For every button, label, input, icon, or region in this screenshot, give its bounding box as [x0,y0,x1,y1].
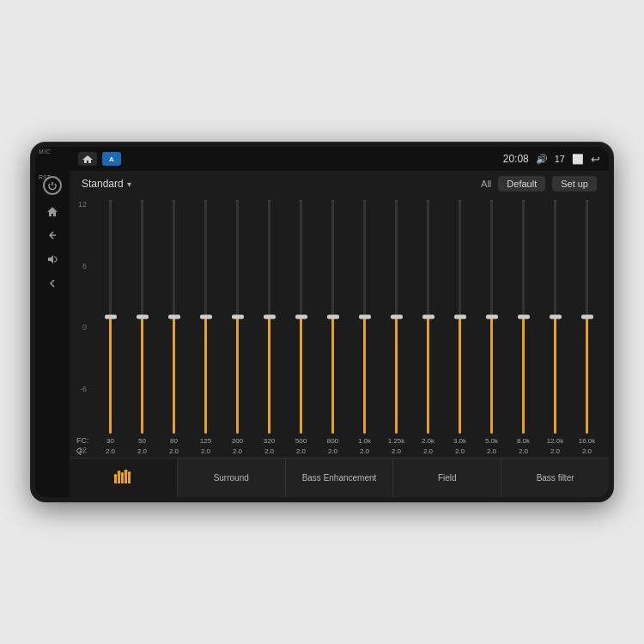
eq-band[interactable] [445,200,475,434]
band-track-upper [395,200,398,317]
band-handle[interactable] [518,315,530,319]
band-track-upper [268,200,270,317]
back-icon[interactable]: ↩ [591,153,600,166]
eq-band[interactable] [127,200,157,434]
back-arrow-icon[interactable] [45,228,60,243]
q-value: 2.0 [191,447,221,455]
eq-band[interactable] [254,200,284,434]
q-value: 2.0 [127,447,157,455]
band-handle[interactable] [105,315,117,319]
band-handle[interactable] [550,315,562,319]
svg-rect-1 [118,473,120,483]
band-track[interactable] [236,200,239,434]
window-icon[interactable]: ⬜ [572,154,584,165]
mic-label: MIC [39,149,51,155]
tab-eq[interactable] [70,459,178,497]
scale-value: 12 [73,200,87,209]
band-track[interactable] [554,200,556,434]
volume-level: 17 [555,154,565,164]
band-track[interactable] [522,200,525,434]
eq-band[interactable] [508,200,538,434]
band-track[interactable] [109,200,112,434]
tab-bar: SurroundBass EnhancementFieldBass filter [70,458,609,497]
tab-bass_filt[interactable]: Bass filter [501,459,609,497]
eq-band[interactable] [318,200,348,434]
band-track[interactable] [173,200,175,434]
band-handle[interactable] [327,315,339,319]
tab-label-bass_filt: Bass filter [537,473,574,483]
preset-selector[interactable]: Standard ▾ [82,178,131,190]
q-value: 2.0 [572,447,602,455]
eq-band[interactable] [95,200,125,434]
band-handle[interactable] [232,315,244,319]
volume-icon: 🔊 [536,154,548,165]
band-track[interactable] [331,200,334,434]
q-value: 2.0 [477,447,507,455]
app-status-icon[interactable]: A [102,152,121,166]
svg-point-6 [118,471,121,474]
eq-band[interactable] [572,200,602,434]
q-value: 2.0 [349,447,380,455]
band-handle[interactable] [264,315,276,319]
band-track[interactable] [586,200,588,434]
fc-value: 30 [95,437,125,445]
fc-value: 320 [254,437,284,445]
q-row: Q: 2.02.02.02.02.02.02.02.02.02.02.02.02… [95,446,602,458]
band-handle[interactable] [391,315,403,319]
band-handle[interactable] [422,315,434,319]
scale-value: -6 [73,385,87,393]
tab-surround[interactable]: Surround [178,459,286,497]
band-track[interactable] [459,200,461,434]
home-status-icon[interactable] [78,152,97,166]
band-handle[interactable] [295,315,307,319]
default-button[interactable]: Default [498,176,545,191]
eq-band[interactable] [381,200,411,434]
setup-button[interactable]: Set up [552,176,597,191]
eq-band[interactable] [413,200,443,434]
eq-scale: 1260-6-12 [73,200,87,454]
eq-band[interactable] [159,200,189,434]
fc-value: 12.0k [540,437,570,445]
tab-field[interactable]: Field [393,459,501,497]
eq-header: Standard ▾ All Default Set up [70,171,609,197]
eq-band[interactable] [286,200,316,434]
eq-band[interactable] [349,200,380,434]
svg-rect-3 [125,471,127,483]
band-handle[interactable] [581,315,593,319]
eq-band[interactable] [540,200,570,434]
q-value: 2.0 [159,447,189,455]
band-track[interactable] [300,200,302,434]
eq-band[interactable] [191,200,221,434]
fc-value: 1.25k [381,437,411,445]
band-track[interactable] [268,200,270,434]
band-track-upper [586,200,588,317]
volume-up-icon[interactable] [45,252,60,267]
status-bar: MIC RST A 20:08 🔊 17 [35,147,609,171]
band-handle[interactable] [486,315,498,319]
eq-band[interactable] [222,200,252,434]
fc-values: 3050801252003205008001.0k1.25k2.0k3.0k5.… [95,437,602,445]
band-track[interactable] [395,200,398,434]
eq-band[interactable] [477,200,507,434]
band-handle[interactable] [168,315,180,319]
band-track-upper [204,200,207,317]
band-track[interactable] [141,200,143,434]
eq-panel: Standard ▾ All Default Set up 1260-6-12 [70,171,609,497]
tab-bass_enh[interactable]: Bass Enhancement [286,459,394,497]
q-value: 2.0 [222,447,252,455]
band-handle[interactable] [137,315,149,319]
fc-value: 200 [222,437,252,445]
back-icon-sidebar[interactable] [45,276,60,291]
band-track[interactable] [427,200,429,434]
left-sidebar [35,171,70,497]
q-value: 2.0 [413,447,443,455]
band-track[interactable] [490,200,493,434]
band-handle[interactable] [359,315,371,319]
svg-rect-4 [128,474,131,483]
band-handle[interactable] [454,315,466,319]
band-track[interactable] [204,200,207,434]
band-handle[interactable] [200,315,212,319]
clock: 20:08 [503,153,529,165]
band-track[interactable] [363,200,366,434]
home-icon[interactable] [45,204,60,219]
